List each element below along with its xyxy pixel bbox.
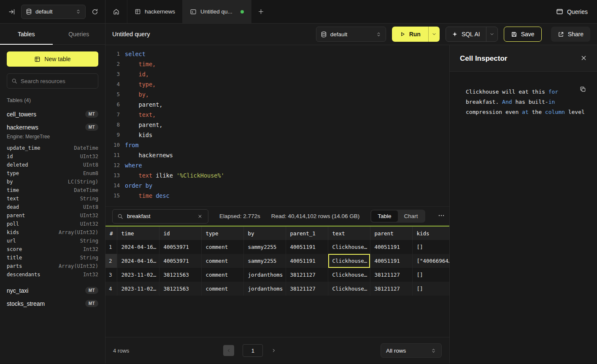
column-header[interactable]: by — [243, 226, 286, 240]
code-line[interactable]: 13 text ilike '%ClickHouse%' — [105, 170, 449, 181]
new-table-button[interactable]: New table — [7, 51, 98, 67]
table-cell[interactable]: Clickhouse… — [328, 268, 370, 282]
results-search-input[interactable] — [127, 213, 193, 219]
table-cell[interactable]: [] — [412, 240, 449, 254]
row-number-cell[interactable]: 4 — [105, 282, 117, 296]
code-line[interactable]: 14order by — [105, 181, 449, 191]
copy-cell-value-button[interactable] — [580, 86, 586, 94]
table-cell[interactable]: 38121563 — [159, 282, 201, 296]
code-line[interactable]: 8 parent, — [105, 120, 449, 130]
topbar-database-selector[interactable]: default — [21, 5, 86, 19]
collapse-sidebar-button[interactable] — [8, 8, 16, 16]
column-header[interactable]: id — [159, 226, 201, 240]
table-cell[interactable]: 2023-11-02… — [117, 282, 159, 296]
row-number-cell[interactable]: 1 — [105, 240, 117, 254]
view-toggle-chart[interactable]: Chart — [398, 210, 424, 222]
table-cell[interactable]: 2023-11-02… — [117, 268, 159, 282]
schema-column-row[interactable]: titleString — [7, 253, 98, 262]
next-page-button[interactable] — [271, 348, 276, 353]
table-cell[interactable]: 40051191 — [370, 254, 412, 268]
column-header[interactable]: parent — [370, 226, 412, 240]
sidebar-table-hackernews[interactable]: hackernews MT — [0, 121, 105, 134]
share-button[interactable]: Share — [551, 27, 590, 42]
save-button[interactable]: Save — [504, 27, 542, 42]
table-cell[interactable]: sammy2255 — [243, 254, 286, 268]
query-database-selector[interactable]: default — [316, 27, 386, 42]
code-line[interactable]: 3 id, — [105, 69, 449, 79]
table-cell[interactable]: sammy2255 — [243, 240, 286, 254]
schema-column-row[interactable]: deletedUInt8 — [7, 161, 98, 169]
sidebar-table-stocks-stream[interactable]: stocks_stream MT — [0, 297, 105, 310]
code-line[interactable]: 9 kids — [105, 130, 449, 140]
schema-column-row[interactable]: textString — [7, 194, 98, 203]
schema-column-row[interactable]: typeEnum8 — [7, 169, 98, 178]
schema-column-row[interactable]: deadUInt8 — [7, 203, 98, 211]
run-button[interactable]: Run — [392, 27, 440, 42]
schema-column-row[interactable]: urlString — [7, 237, 98, 245]
table-cell[interactable]: Clickhouse… — [328, 254, 370, 268]
more-options-button[interactable] — [436, 212, 446, 221]
table-cell[interactable]: ["40066964… — [412, 254, 449, 268]
table-cell[interactable]: 38121127 — [286, 282, 328, 296]
code-line[interactable]: 11 hackernews — [105, 150, 449, 160]
code-line[interactable]: 1select — [105, 49, 449, 59]
table-cell[interactable]: [] — [412, 282, 449, 296]
column-header[interactable]: time — [117, 226, 159, 240]
schema-column-row[interactable]: parentUInt32 — [7, 211, 98, 220]
schema-column-row[interactable]: pollUInt32 — [7, 220, 98, 228]
table-cell[interactable]: Clickhouse… — [328, 240, 370, 254]
sql-editor[interactable]: 1select2 time,3 id,4 type,5 by,6 parent,… — [105, 45, 449, 206]
sql-ai-button[interactable]: SQL AI — [446, 27, 498, 42]
schema-column-row[interactable]: scoreInt32 — [7, 245, 98, 253]
column-header[interactable]: parent_1 — [286, 226, 328, 240]
schema-column-row[interactable]: descendantsInt32 — [7, 270, 98, 279]
sidebar-tab-queries[interactable]: Queries — [53, 24, 105, 44]
code-line[interactable]: 10from — [105, 140, 449, 150]
view-toggle-table[interactable]: Table — [371, 210, 397, 222]
code-line[interactable]: 15 time desc — [105, 191, 449, 201]
code-line[interactable]: 7 text, — [105, 110, 449, 120]
row-number-cell[interactable]: 2 — [105, 254, 117, 268]
tab-untitled-query[interactable]: Untitled qu... — [183, 0, 251, 23]
close-inspector-button[interactable] — [581, 55, 587, 62]
clear-search-button[interactable] — [197, 213, 203, 220]
schema-column-row[interactable]: timeDateTime — [7, 186, 98, 194]
tab-home[interactable] — [105, 0, 127, 23]
refresh-button[interactable] — [91, 8, 99, 16]
page-size-selector[interactable]: All rows — [381, 343, 442, 358]
previous-page-button[interactable] — [223, 345, 234, 356]
code-line[interactable]: 12where — [105, 160, 449, 170]
table-cell[interactable]: 40053971 — [159, 240, 201, 254]
table-cell[interactable]: 38121563 — [159, 268, 201, 282]
table-cell[interactable]: 2024-04-16… — [117, 254, 159, 268]
column-header[interactable]: type — [201, 226, 243, 240]
new-tab-button[interactable] — [251, 0, 271, 23]
sql-ai-caret[interactable] — [486, 27, 497, 41]
table-cell[interactable]: comment — [201, 268, 243, 282]
column-header[interactable]: kids — [412, 226, 449, 240]
sidebar-table-cell-towers[interactable]: cell_towers MT — [0, 108, 105, 121]
code-line[interactable]: 2 time, — [105, 59, 449, 69]
table-cell[interactable]: comment — [201, 254, 243, 268]
page-number-input[interactable] — [243, 344, 263, 357]
table-cell[interactable]: comment — [201, 282, 243, 296]
tab-hackernews[interactable]: hackernews — [127, 0, 183, 23]
table-cell[interactable]: 40051191 — [370, 240, 412, 254]
sidebar-search-input[interactable] — [21, 78, 94, 84]
table-cell[interactable]: 40051191 — [286, 254, 328, 268]
table-cell[interactable]: Clickhouse… — [328, 282, 370, 296]
table-cell[interactable]: 40051191 — [286, 240, 328, 254]
schema-column-row[interactable]: update_timeDateTime — [7, 144, 98, 152]
code-line[interactable]: 4 type, — [105, 79, 449, 89]
schema-column-row[interactable]: kidsArray(UInt32) — [7, 228, 98, 237]
table-cell[interactable]: 38121127 — [286, 268, 328, 282]
table-cell[interactable]: 40053971 — [159, 254, 201, 268]
table-cell[interactable]: 38121127 — [370, 282, 412, 296]
sidebar-tab-tables[interactable]: Tables — [0, 24, 53, 44]
schema-column-row[interactable]: partsArray(UInt32) — [7, 262, 98, 270]
column-header[interactable]: # — [105, 226, 117, 240]
code-line[interactable]: 6 parent, — [105, 100, 449, 110]
table-cell[interactable]: 2024-04-16… — [117, 240, 159, 254]
run-options-caret[interactable] — [429, 27, 440, 42]
table-cell[interactable]: jordanthoms — [243, 282, 286, 296]
